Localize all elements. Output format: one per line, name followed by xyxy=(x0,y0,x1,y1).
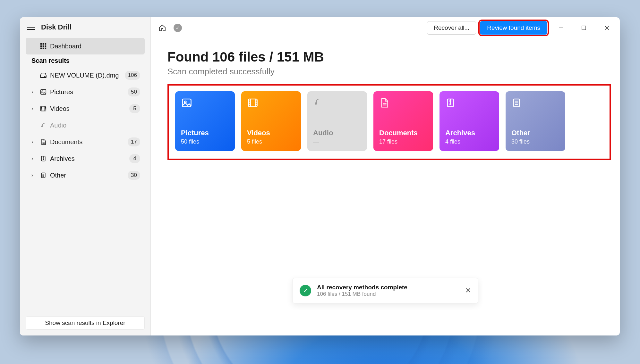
sidebar-section-header: Scan results xyxy=(26,54,145,67)
toast-close-button[interactable]: ✕ xyxy=(465,286,471,295)
sidebar-item-documents[interactable]: › Documents 17 xyxy=(26,134,145,150)
sidebar-header: Disk Drill xyxy=(20,17,150,37)
category-cards: Pictures 50 files Videos 5 files xyxy=(167,84,611,160)
sidebar-item-label: Archives xyxy=(48,155,129,162)
chevron-right-icon: › xyxy=(31,106,37,112)
card-count: 5 files xyxy=(247,138,295,145)
home-button[interactable] xyxy=(157,22,168,34)
chevron-right-icon: › xyxy=(31,156,37,161)
svg-rect-20 xyxy=(183,99,191,107)
card-title: Documents xyxy=(379,129,427,137)
svg-rect-4 xyxy=(43,46,44,47)
count-badge: 17 xyxy=(128,137,140,146)
sidebar-item-label: Other xyxy=(48,172,128,179)
card-count: 17 files xyxy=(379,138,427,145)
sidebar-item-pictures[interactable]: › Pictures 50 xyxy=(26,84,145,100)
card-title: Audio xyxy=(313,129,361,137)
svg-rect-17 xyxy=(582,26,586,30)
app-title: Disk Drill xyxy=(41,23,72,31)
recover-all-button[interactable]: Recover all... xyxy=(427,21,476,35)
film-icon xyxy=(247,97,295,109)
chevron-right-icon: › xyxy=(31,89,37,95)
card-other[interactable]: Other 30 files xyxy=(506,91,565,151)
top-bar: ✓ Recover all... Review found items xyxy=(151,17,620,38)
card-documents[interactable]: Documents 17 files xyxy=(373,91,433,151)
svg-rect-1 xyxy=(43,43,44,45)
sidebar-list: Dashboard Scan results NEW VOLUME (D).dm… xyxy=(20,37,150,184)
sidebar-item-volume[interactable]: NEW VOLUME (D).dmg 106 xyxy=(26,67,145,84)
film-icon xyxy=(38,105,48,112)
sidebar-item-label: Audio xyxy=(48,122,140,129)
sidebar-item-videos[interactable]: › Videos 5 xyxy=(26,100,145,117)
file-icon xyxy=(511,97,559,109)
check-circle-icon: ✓ xyxy=(300,285,311,296)
sidebar-item-dashboard[interactable]: Dashboard xyxy=(26,38,145,54)
sidebar: Disk Drill Dashboard Scan results NEW VO… xyxy=(20,17,151,335)
svg-rect-6 xyxy=(40,48,42,49)
drive-icon xyxy=(38,71,48,79)
toast-notification: ✓ All recovery methods complete 106 file… xyxy=(292,278,478,303)
count-badge: 4 xyxy=(129,154,140,163)
card-title: Other xyxy=(511,129,559,137)
svg-point-24 xyxy=(450,103,451,104)
document-icon xyxy=(38,138,48,145)
card-count: 30 files xyxy=(511,138,559,145)
sidebar-item-label: NEW VOLUME (D).dmg xyxy=(48,72,125,79)
svg-rect-3 xyxy=(40,46,42,47)
svg-rect-7 xyxy=(43,48,44,49)
card-archives[interactable]: Archives 4 files xyxy=(439,91,499,151)
image-icon xyxy=(181,97,229,109)
image-icon xyxy=(38,88,48,95)
review-found-items-button[interactable]: Review found items xyxy=(480,21,547,35)
card-pictures[interactable]: Pictures 50 files xyxy=(175,91,235,151)
show-in-explorer-button[interactable]: Show scan results in Explorer xyxy=(26,316,145,330)
count-badge: 106 xyxy=(125,71,140,80)
card-title: Archives xyxy=(445,129,493,137)
app-window: Disk Drill Dashboard Scan results NEW VO… xyxy=(20,17,620,335)
card-audio[interactable]: Audio — xyxy=(307,91,367,151)
grid-icon xyxy=(38,43,48,50)
toast-title: All recovery methods complete xyxy=(317,284,407,291)
count-badge: 30 xyxy=(128,171,140,180)
menu-icon[interactable] xyxy=(27,25,35,30)
svg-rect-10 xyxy=(41,90,46,95)
check-circle-icon: ✓ xyxy=(174,24,182,32)
count-badge: 50 xyxy=(128,87,140,96)
card-title: Videos xyxy=(247,129,295,137)
card-count: — xyxy=(313,138,361,145)
main-panel: ✓ Recover all... Review found items Foun… xyxy=(151,17,620,335)
chevron-right-icon: › xyxy=(31,139,37,145)
sidebar-footer: Show scan results in Explorer xyxy=(20,313,150,335)
svg-rect-2 xyxy=(45,43,47,45)
maximize-button[interactable] xyxy=(574,21,593,35)
page-subheading: Scan completed successfully xyxy=(167,67,611,77)
card-videos[interactable]: Videos 5 files xyxy=(241,91,301,151)
svg-rect-0 xyxy=(40,43,42,45)
sidebar-item-audio[interactable]: Audio xyxy=(26,117,145,134)
card-count: 4 files xyxy=(445,138,493,145)
minimize-button[interactable] xyxy=(551,21,570,35)
svg-point-9 xyxy=(45,76,45,77)
archive-icon xyxy=(38,155,48,162)
card-count: 50 files xyxy=(181,138,229,145)
archive-icon xyxy=(445,97,493,109)
sidebar-item-label: Dashboard xyxy=(48,43,140,50)
sidebar-item-label: Documents xyxy=(48,138,128,146)
sidebar-item-label: Pictures xyxy=(48,88,128,96)
svg-point-14 xyxy=(43,159,44,160)
page-heading: Found 106 files / 151 MB xyxy=(167,49,611,65)
content: Found 106 files / 151 MB Scan completed … xyxy=(151,38,620,160)
sidebar-item-label: Videos xyxy=(48,105,129,112)
card-title: Pictures xyxy=(181,129,229,137)
count-badge: 5 xyxy=(129,104,140,113)
music-icon xyxy=(313,97,361,107)
sidebar-item-archives[interactable]: › Archives 4 xyxy=(26,150,145,167)
status-check-button[interactable]: ✓ xyxy=(172,22,183,34)
file-icon xyxy=(38,172,48,179)
chevron-right-icon: › xyxy=(31,172,37,178)
toast-subtitle: 106 files / 151 MB found xyxy=(317,291,407,297)
sidebar-item-other[interactable]: › Other 30 xyxy=(26,167,145,184)
document-icon xyxy=(379,97,427,109)
svg-rect-8 xyxy=(45,48,47,49)
close-button[interactable] xyxy=(597,21,617,35)
